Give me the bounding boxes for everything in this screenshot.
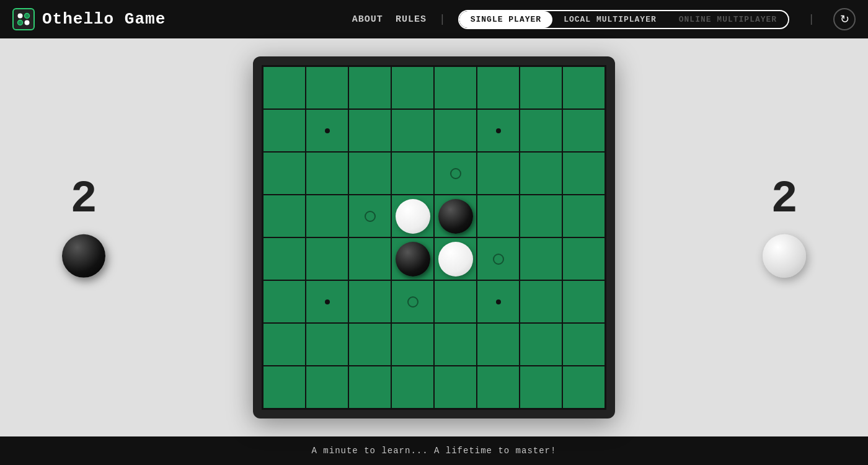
board-cell[interactable] <box>348 109 391 152</box>
online-multiplayer-button[interactable]: ONLINE MULTIPLAYER <box>668 11 788 28</box>
svg-point-2 <box>18 20 23 25</box>
rules-link[interactable]: RULES <box>396 14 427 25</box>
svg-point-3 <box>25 20 30 25</box>
board-cell[interactable] <box>263 109 306 152</box>
board-cell[interactable] <box>562 237 605 280</box>
board-cell[interactable] <box>477 152 520 195</box>
board-cell[interactable] <box>477 366 520 409</box>
valid-move-hint <box>493 254 504 265</box>
board-cell[interactable] <box>348 195 391 237</box>
board-cell[interactable] <box>434 280 477 323</box>
white-disc <box>396 199 430 234</box>
board-cell[interactable] <box>306 323 348 366</box>
board-cell[interactable] <box>434 237 477 280</box>
board-cell[interactable] <box>348 280 391 323</box>
board-cell[interactable] <box>434 195 477 237</box>
logo-area: Othello Game <box>12 8 166 30</box>
game-board[interactable] <box>262 65 606 410</box>
board-cell[interactable] <box>391 152 434 195</box>
board-cell[interactable] <box>477 109 520 152</box>
board-cell[interactable] <box>306 280 348 323</box>
board-cell[interactable] <box>348 152 391 195</box>
board-cell[interactable] <box>562 66 605 109</box>
board-cell[interactable] <box>348 66 391 109</box>
about-link[interactable]: ABOUT <box>352 14 383 25</box>
board-cell[interactable] <box>306 237 348 280</box>
white-disc <box>438 242 473 277</box>
board-cell[interactable] <box>562 280 605 323</box>
single-player-button[interactable]: SINGLE PLAYER <box>459 11 552 28</box>
board-cell[interactable] <box>477 280 520 323</box>
refresh-button[interactable]: ↻ <box>833 8 856 30</box>
board-cell[interactable] <box>263 280 306 323</box>
board-cell[interactable] <box>263 366 306 409</box>
svg-point-1 <box>25 14 30 19</box>
local-multiplayer-button[interactable]: LOCAL MULTIPLAYER <box>552 11 668 28</box>
star-point <box>325 299 330 304</box>
board-cell[interactable] <box>520 152 562 195</box>
star-point <box>325 128 330 133</box>
app-title: Othello Game <box>42 10 166 29</box>
board-cell[interactable] <box>520 280 562 323</box>
board-cell[interactable] <box>391 66 434 109</box>
board-cell[interactable] <box>348 237 391 280</box>
board-cell[interactable] <box>434 66 477 109</box>
logo-svg <box>17 12 30 26</box>
board-cell[interactable] <box>306 195 348 237</box>
board-cell[interactable] <box>434 366 477 409</box>
board-cell[interactable] <box>391 237 434 280</box>
board-cell[interactable] <box>520 237 562 280</box>
board-cell[interactable] <box>306 66 348 109</box>
board-cell[interactable] <box>562 195 605 237</box>
board-cell[interactable] <box>477 237 520 280</box>
valid-move-hint <box>365 211 376 222</box>
nav-separator-1: | <box>439 13 446 25</box>
star-point <box>496 128 501 133</box>
board-cell[interactable] <box>520 66 562 109</box>
board-cell[interactable] <box>520 366 562 409</box>
valid-move-hint <box>407 296 418 308</box>
star-point <box>496 299 501 304</box>
board-cell[interactable] <box>263 237 306 280</box>
board-cell[interactable] <box>348 323 391 366</box>
board-cell[interactable] <box>391 323 434 366</box>
board-cell[interactable] <box>306 152 348 195</box>
white-score: 2 <box>771 177 797 222</box>
mode-buttons: SINGLE PLAYER LOCAL MULTIPLAYER ONLINE M… <box>458 10 789 29</box>
game-main: 2 2 <box>0 38 868 436</box>
white-player-panel: 2 <box>763 177 806 278</box>
white-piece-indicator <box>763 234 806 278</box>
board-cell[interactable] <box>477 195 520 237</box>
board-cell[interactable] <box>263 195 306 237</box>
board-cell[interactable] <box>434 323 477 366</box>
board-cell[interactable] <box>562 323 605 366</box>
valid-move-hint <box>450 168 461 179</box>
board-cell[interactable] <box>306 109 348 152</box>
board-cell[interactable] <box>562 109 605 152</box>
app-footer: A minute to learn... A lifetime to maste… <box>0 436 868 465</box>
board-cell[interactable] <box>348 366 391 409</box>
black-player-panel: 2 <box>62 177 105 278</box>
board-cell[interactable] <box>391 109 434 152</box>
svg-point-0 <box>18 14 23 19</box>
board-cell[interactable] <box>520 195 562 237</box>
board-cell[interactable] <box>263 66 306 109</box>
board-cell[interactable] <box>391 195 434 237</box>
board-cell[interactable] <box>263 152 306 195</box>
board-cell[interactable] <box>434 109 477 152</box>
board-cell[interactable] <box>562 366 605 409</box>
app-header: Othello Game ABOUT RULES | SINGLE PLAYER… <box>0 0 868 38</box>
board-cell[interactable] <box>477 323 520 366</box>
board-cell[interactable] <box>477 66 520 109</box>
main-nav: ABOUT RULES | SINGLE PLAYER LOCAL MULTIP… <box>352 8 856 30</box>
board-cell[interactable] <box>306 366 348 409</box>
black-disc <box>438 199 473 234</box>
footer-tagline: A minute to learn... A lifetime to maste… <box>312 446 557 456</box>
board-cell[interactable] <box>391 280 434 323</box>
board-cell[interactable] <box>520 323 562 366</box>
board-cell[interactable] <box>562 152 605 195</box>
board-cell[interactable] <box>391 366 434 409</box>
board-cell[interactable] <box>263 323 306 366</box>
board-cell[interactable] <box>434 152 477 195</box>
board-cell[interactable] <box>520 109 562 152</box>
